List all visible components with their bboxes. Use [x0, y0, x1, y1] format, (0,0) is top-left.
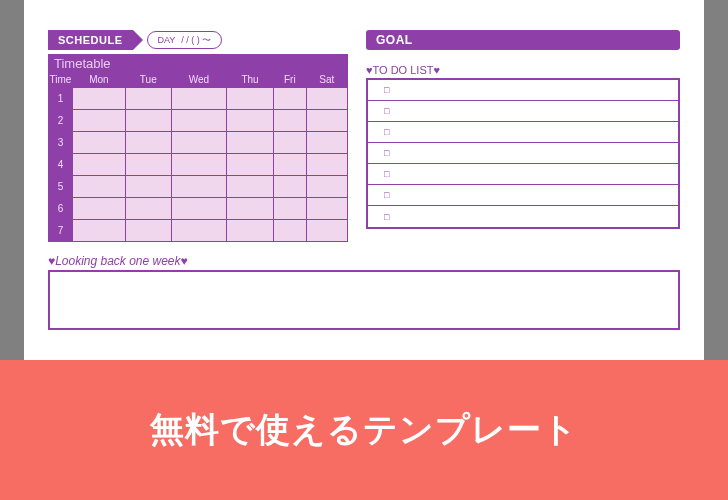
table-row: 7	[49, 220, 348, 242]
checkbox-icon: □	[384, 190, 389, 200]
timetable-cell	[125, 88, 171, 110]
lookback-box	[48, 270, 680, 330]
timetable-cell	[226, 132, 273, 154]
timetable-cell	[73, 88, 126, 110]
timetable-cell	[274, 132, 307, 154]
timetable-cell	[125, 154, 171, 176]
timetable-header: Fri	[274, 72, 307, 88]
timetable-row-label: 6	[49, 198, 73, 220]
timetable-title: Timetable	[48, 54, 348, 71]
page-margin-left	[0, 0, 24, 360]
timetable-cell	[73, 154, 126, 176]
timetable-cell	[226, 176, 273, 198]
timetable-row-label: 1	[49, 88, 73, 110]
checkbox-icon: □	[384, 106, 389, 116]
timetable-row-label: 3	[49, 132, 73, 154]
timetable-header: Sat	[306, 72, 347, 88]
todo-title: ♥TO DO LIST♥	[366, 64, 680, 76]
timetable-cell	[171, 198, 226, 220]
timetable-cell	[125, 132, 171, 154]
list-item: □	[368, 122, 678, 143]
timetable-row-label: 7	[49, 220, 73, 242]
timetable-row-label: 2	[49, 110, 73, 132]
day-pill: DAY / / ( ) 〜	[147, 31, 223, 49]
timetable-header: Tue	[125, 72, 171, 88]
list-item: □	[368, 101, 678, 122]
timetable-row-label: 5	[49, 176, 73, 198]
timetable-cell	[125, 220, 171, 242]
todo-list: □□□□□□□	[366, 78, 680, 229]
timetable-cell	[73, 110, 126, 132]
timetable-cell	[226, 220, 273, 242]
checkbox-icon: □	[384, 148, 389, 158]
timetable-cell	[306, 154, 347, 176]
timetable-header: Wed	[171, 72, 226, 88]
timetable-cell	[171, 132, 226, 154]
timetable-header: Time	[49, 72, 73, 88]
checkbox-icon: □	[384, 85, 389, 95]
list-item: □	[368, 206, 678, 227]
timetable-header: Thu	[226, 72, 273, 88]
document-page: SCHEDULE DAY / / ( ) 〜 Timetable TimeMon…	[24, 0, 704, 360]
timetable-cell	[73, 176, 126, 198]
day-date-placeholder: / / ( ) 〜	[181, 34, 211, 47]
timetable-cell	[274, 110, 307, 132]
list-item: □	[368, 164, 678, 185]
list-item: □	[368, 185, 678, 206]
timetable-row-label: 4	[49, 154, 73, 176]
timetable-header: Mon	[73, 72, 126, 88]
table-row: 2	[49, 110, 348, 132]
day-label: DAY	[158, 35, 176, 45]
timetable-cell	[171, 110, 226, 132]
timetable-cell	[171, 88, 226, 110]
table-row: 1	[49, 88, 348, 110]
table-row: 4	[49, 154, 348, 176]
table-row: 5	[49, 176, 348, 198]
timetable-cell	[226, 198, 273, 220]
timetable: TimeMonTueWedThuFriSat 1234567	[48, 71, 348, 242]
timetable-cell	[125, 110, 171, 132]
list-item: □	[368, 80, 678, 101]
timetable-cell	[306, 198, 347, 220]
timetable-cell	[73, 198, 126, 220]
timetable-cell	[226, 154, 273, 176]
timetable-cell	[171, 220, 226, 242]
timetable-cell	[274, 220, 307, 242]
goal-label: GOAL	[376, 33, 413, 47]
timetable-cell	[306, 176, 347, 198]
banner: 無料で使えるテンプレート	[0, 360, 728, 500]
timetable-cell	[226, 110, 273, 132]
timetable-cell	[274, 176, 307, 198]
timetable-cell	[125, 176, 171, 198]
timetable-cell	[274, 198, 307, 220]
list-item: □	[368, 143, 678, 164]
timetable-cell	[274, 88, 307, 110]
checkbox-icon: □	[384, 169, 389, 179]
timetable-cell	[226, 88, 273, 110]
goal-bar: GOAL	[366, 30, 680, 50]
timetable-cell	[125, 198, 171, 220]
timetable-cell	[306, 110, 347, 132]
timetable-cell	[171, 154, 226, 176]
table-row: 6	[49, 198, 348, 220]
schedule-tab: SCHEDULE	[48, 30, 133, 50]
timetable-cell	[306, 220, 347, 242]
banner-text: 無料で使えるテンプレート	[150, 407, 578, 453]
timetable-cell	[306, 132, 347, 154]
timetable-cell	[73, 220, 126, 242]
timetable-cell	[171, 176, 226, 198]
page-margin-right	[704, 0, 728, 360]
table-row: 3	[49, 132, 348, 154]
timetable-cell	[274, 154, 307, 176]
checkbox-icon: □	[384, 127, 389, 137]
schedule-tab-label: SCHEDULE	[58, 34, 123, 46]
lookback-title: ♥Looking back one week♥	[48, 254, 680, 268]
timetable-cell	[73, 132, 126, 154]
timetable-cell	[306, 88, 347, 110]
checkbox-icon: □	[384, 212, 389, 222]
